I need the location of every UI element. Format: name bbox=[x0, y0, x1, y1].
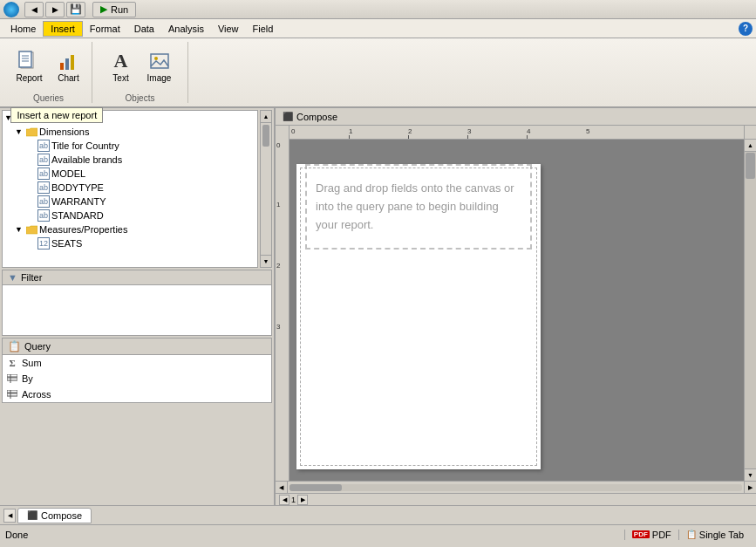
svg-rect-11 bbox=[151, 54, 168, 68]
scroll-up-btn[interactable]: ▲ bbox=[261, 111, 271, 123]
run-btn[interactable]: ▶ Run bbox=[92, 2, 136, 17]
report-label: Report bbox=[16, 73, 42, 83]
folder-icon-2 bbox=[25, 223, 37, 236]
sum-label: Sum bbox=[22, 358, 42, 368]
report-button[interactable]: Report Insert a new report bbox=[10, 47, 48, 86]
nav-back[interactable]: ◀ bbox=[24, 2, 44, 17]
query-section: 📋 Query Σ Sum By Acros bbox=[2, 338, 272, 503]
help-icon[interactable]: ? bbox=[739, 22, 753, 36]
report-icon bbox=[18, 51, 39, 72]
scroll-down-btn[interactable]: ▼ bbox=[261, 255, 271, 267]
measures-label: Measures/Properties bbox=[39, 224, 128, 235]
single-tab-icon: 📋 bbox=[686, 530, 697, 539]
warranty-label: WARRANTY bbox=[51, 196, 106, 207]
canvas-title: Compose bbox=[296, 112, 337, 122]
canvas-area: ⬛ Compose 0 1 2 3 4 5 bbox=[276, 108, 756, 505]
query-header: 📋 Query bbox=[2, 338, 272, 355]
filter-content bbox=[2, 285, 272, 336]
menu-analysis[interactable]: Analysis bbox=[161, 22, 211, 36]
queries-tab[interactable]: Queries bbox=[33, 93, 64, 103]
hscroll-track[interactable] bbox=[289, 484, 742, 491]
model-label: MODEL bbox=[51, 168, 85, 179]
compose-icon: ⬛ bbox=[283, 112, 293, 121]
svg-rect-9 bbox=[65, 58, 69, 70]
dimensions-label: Dimensions bbox=[39, 126, 89, 137]
pdf-label: PDF bbox=[652, 530, 671, 540]
tree-node-measures[interactable]: ▼ Measures/Properties bbox=[3, 222, 257, 236]
measures-toggle[interactable]: ▼ bbox=[15, 225, 25, 234]
ruler-horizontal: 0 1 2 3 4 5 bbox=[289, 126, 744, 139]
vscrollbar-top bbox=[744, 126, 756, 139]
hscroll-right-btn[interactable]: ▶ bbox=[744, 482, 756, 494]
canvas-hscroll[interactable]: ◀ ▶ bbox=[276, 481, 756, 493]
compose-tab[interactable]: ⬛ Compose bbox=[17, 508, 92, 523]
compose-tab-icon: ⬛ bbox=[27, 510, 37, 520]
page-nav-left[interactable]: ◀ bbox=[279, 495, 289, 505]
page-nav-right[interactable]: ▶ bbox=[297, 495, 308, 505]
scroll-thumb[interactable] bbox=[262, 125, 269, 147]
queries-group: Report Insert a new report Chart Queries bbox=[5, 42, 92, 103]
svg-rect-16 bbox=[7, 374, 17, 377]
tree-node-title-country[interactable]: ab Title for Country bbox=[3, 139, 257, 153]
tree-node-model[interactable]: ab MODEL bbox=[3, 167, 257, 181]
tree-node-seats[interactable]: 12 SEATS bbox=[3, 236, 257, 250]
canvas-content[interactable]: Drag and drop fields onto the canvas or … bbox=[289, 140, 744, 481]
objects-group: A Text Image Objects bbox=[92, 42, 188, 103]
single-tab-label: Single Tab bbox=[699, 530, 744, 540]
vscroll-track[interactable] bbox=[745, 152, 756, 468]
pdf-icon: PDF bbox=[632, 530, 650, 538]
text-icon: A bbox=[111, 51, 132, 72]
text-button[interactable]: A Text bbox=[103, 47, 140, 86]
query-row-by[interactable]: By bbox=[3, 371, 271, 386]
drop-text: Drag and drop fields onto the canvas or … bbox=[316, 180, 521, 234]
vscroll-down-btn[interactable]: ▼ bbox=[745, 468, 756, 481]
svg-rect-17 bbox=[7, 378, 17, 380]
nav-forward[interactable]: ▶ bbox=[45, 2, 65, 17]
vscroll-thumb-canvas[interactable] bbox=[746, 153, 755, 179]
tree-scrollbar[interactable]: ▲ ▼ bbox=[260, 110, 272, 268]
tree-node-available-brands[interactable]: ab Available brands bbox=[3, 153, 257, 167]
by-label: By bbox=[22, 373, 33, 384]
image-button[interactable]: Image bbox=[141, 47, 178, 86]
hscroll-left-btn[interactable]: ◀ bbox=[276, 482, 288, 494]
chart-icon bbox=[58, 51, 79, 72]
query-label: Query bbox=[24, 341, 51, 352]
vscroll-up-btn[interactable]: ▲ bbox=[745, 140, 756, 152]
filter-section: ▼ Filter bbox=[2, 270, 272, 336]
tree-node-warranty[interactable]: ab WARRANTY bbox=[3, 195, 257, 209]
svg-rect-19 bbox=[7, 390, 17, 393]
menu-data[interactable]: Data bbox=[127, 22, 161, 36]
query-content: Σ Sum By Across bbox=[2, 355, 272, 403]
app-icon bbox=[3, 2, 19, 17]
canvas-vscroll[interactable]: ▲ ▼ bbox=[744, 140, 756, 481]
across-icon bbox=[6, 388, 18, 400]
status-bar: Done PDF PDF 📋 Single Tab bbox=[0, 524, 756, 544]
menu-format[interactable]: Format bbox=[83, 22, 127, 36]
query-row-across[interactable]: Across bbox=[3, 386, 271, 402]
compose-tab-label: Compose bbox=[41, 510, 82, 521]
menu-home[interactable]: Home bbox=[3, 22, 43, 36]
objects-tab[interactable]: Objects bbox=[126, 93, 155, 103]
svg-rect-10 bbox=[71, 55, 74, 70]
chart-button[interactable]: Chart bbox=[51, 47, 87, 86]
tree-panel: ▼ CAR1 ▼ Dimensions ab bbox=[2, 110, 258, 268]
tree-node-standard[interactable]: ab STANDARD bbox=[3, 209, 257, 222]
canvas-page: Drag and drop fields onto the canvas or … bbox=[296, 164, 541, 469]
status-single-tab[interactable]: 📋 Single Tab bbox=[678, 530, 751, 540]
menu-view[interactable]: View bbox=[211, 22, 246, 36]
tree-node-dimensions[interactable]: ▼ Dimensions bbox=[3, 125, 257, 139]
menu-field[interactable]: Field bbox=[246, 22, 281, 36]
field-icon-4: ab bbox=[37, 195, 50, 208]
dim-toggle[interactable]: ▼ bbox=[15, 127, 25, 136]
hscroll-thumb[interactable] bbox=[289, 484, 342, 491]
sum-icon: Σ bbox=[6, 357, 18, 369]
status-pdf[interactable]: PDF PDF bbox=[624, 530, 678, 540]
query-row-sum[interactable]: Σ Sum bbox=[3, 355, 271, 371]
save-btn[interactable]: 💾 bbox=[66, 2, 85, 17]
image-label: Image bbox=[147, 73, 172, 83]
bodytype-label: BODYTYPE bbox=[51, 182, 104, 193]
tab-nav-left[interactable]: ◀ bbox=[3, 509, 16, 523]
standard-label: STANDARD bbox=[51, 210, 104, 221]
menu-insert[interactable]: Insert bbox=[43, 21, 83, 37]
tree-node-bodytype[interactable]: ab BODYTYPE bbox=[3, 181, 257, 195]
